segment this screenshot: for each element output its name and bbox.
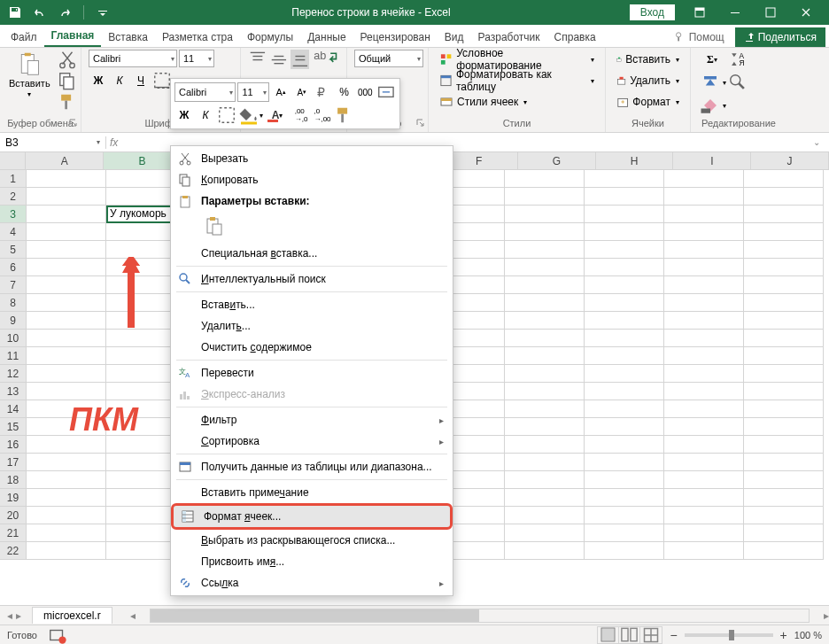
cell[interactable] — [664, 542, 744, 560]
conditional-formatting-button[interactable]: Условное форматирование▾ — [436, 50, 598, 69]
cell[interactable] — [744, 188, 824, 206]
cell[interactable] — [505, 418, 585, 436]
mini-font-combo[interactable]: Calibri▾ — [174, 82, 236, 102]
expand-formula-bar-icon[interactable]: ⌄ — [813, 137, 825, 147]
maximize-icon[interactable] — [753, 0, 788, 25]
cell[interactable] — [664, 524, 744, 542]
align-bottom-icon[interactable] — [291, 50, 310, 69]
cell[interactable] — [505, 383, 585, 400]
cell[interactable] — [664, 241, 744, 259]
cell[interactable] — [505, 347, 585, 365]
cell[interactable] — [505, 507, 585, 524]
wrap-text-icon[interactable]: ab — [311, 50, 339, 69]
minimize-icon[interactable] — [717, 0, 753, 25]
delete-cells-button[interactable]: Удалить▾ — [613, 71, 683, 90]
row-header[interactable]: 12 — [0, 365, 27, 383]
cell[interactable] — [744, 507, 824, 524]
italic-icon[interactable]: К — [110, 71, 129, 90]
border-icon[interactable] — [152, 71, 172, 90]
cell[interactable] — [744, 436, 824, 454]
cell[interactable] — [664, 418, 744, 436]
cell[interactable] — [744, 206, 824, 223]
row-header[interactable]: 5 — [0, 241, 27, 259]
cell[interactable] — [664, 223, 744, 241]
cell[interactable] — [27, 347, 106, 365]
insert-cells-button[interactable]: Вставить▾ — [613, 50, 683, 69]
row-header[interactable]: 6 — [0, 259, 27, 276]
cell[interactable] — [585, 330, 664, 347]
cell[interactable] — [664, 400, 744, 418]
hscroll-left-icon[interactable]: ◂ — [130, 609, 136, 622]
accounting-format-icon[interactable]: ₽ — [314, 82, 333, 102]
cell[interactable] — [27, 507, 106, 524]
percent-icon[interactable]: % — [335, 82, 354, 102]
mini-bold-icon[interactable]: Ж — [174, 105, 194, 125]
cell[interactable] — [585, 259, 664, 276]
cell[interactable] — [744, 170, 824, 188]
row-header[interactable]: 21 — [0, 524, 27, 542]
sort-filter-icon[interactable]: AЯ — [728, 50, 748, 69]
row-header[interactable]: 1 — [0, 170, 27, 188]
merge-icon[interactable] — [376, 82, 396, 102]
menu-cut[interactable]: Вырезать — [171, 148, 453, 169]
cell[interactable] — [585, 223, 664, 241]
login-button[interactable]: Вход — [630, 4, 675, 20]
cell[interactable] — [744, 383, 824, 400]
cell[interactable] — [505, 489, 585, 507]
row-header[interactable]: 10 — [0, 330, 27, 347]
tab-formulas[interactable]: Формулы — [240, 27, 300, 47]
row-header[interactable]: 14 — [0, 400, 27, 418]
cell[interactable] — [585, 365, 664, 383]
cell[interactable] — [505, 542, 585, 560]
col-header[interactable]: H — [596, 152, 674, 169]
cell[interactable] — [664, 259, 744, 276]
cell[interactable] — [744, 347, 824, 365]
cell[interactable] — [505, 365, 585, 383]
page-layout-view-icon[interactable] — [619, 627, 640, 643]
cell[interactable] — [744, 524, 824, 542]
tab-insert[interactable]: Вставка — [101, 27, 155, 47]
tab-file[interactable]: Файл — [4, 27, 44, 47]
name-box[interactable]: B3▾ — [0, 136, 106, 149]
menu-insert-comment[interactable]: Вставить примечание — [171, 482, 453, 503]
font-name-combo[interactable]: Calibri▾ — [89, 50, 177, 67]
cell[interactable] — [505, 294, 585, 312]
cell[interactable] — [664, 347, 744, 365]
menu-paste-special[interactable]: Специальная вставка... — [171, 243, 453, 264]
ribbon-display-icon[interactable] — [682, 0, 717, 25]
cell[interactable] — [744, 365, 824, 383]
cell[interactable] — [664, 383, 744, 400]
mini-format-painter-icon[interactable] — [334, 105, 353, 125]
cell[interactable] — [664, 507, 744, 524]
cell[interactable] — [27, 294, 106, 312]
cell[interactable] — [505, 170, 585, 188]
comma-style-icon[interactable]: 000 — [355, 82, 375, 102]
cell[interactable] — [27, 188, 106, 206]
cell[interactable] — [744, 241, 824, 259]
cell[interactable] — [27, 223, 106, 241]
cell[interactable] — [27, 436, 106, 454]
cell[interactable] — [585, 454, 664, 471]
row-header[interactable]: 8 — [0, 294, 27, 312]
cell[interactable] — [664, 471, 744, 489]
cell[interactable] — [585, 383, 664, 400]
cell[interactable] — [505, 330, 585, 347]
menu-smart-lookup[interactable]: Интеллектуальный поиск — [171, 268, 453, 290]
cell[interactable] — [27, 454, 106, 471]
macro-record-icon[interactable] — [48, 625, 67, 645]
cell[interactable] — [27, 489, 106, 507]
normal-view-icon[interactable] — [598, 627, 619, 643]
row-header[interactable]: 3 — [0, 206, 27, 223]
row-header[interactable]: 13 — [0, 383, 27, 400]
zoom-level[interactable]: 100 % — [794, 630, 822, 640]
mini-italic-icon[interactable]: К — [196, 105, 215, 125]
paste-default-icon[interactable] — [201, 213, 228, 239]
row-header[interactable]: 4 — [0, 223, 27, 241]
row-header[interactable]: 16 — [0, 436, 27, 454]
cell[interactable] — [505, 471, 585, 489]
sheet-tab[interactable]: microexcel.r — [32, 607, 112, 624]
cell-styles-button[interactable]: Стили ячеек▾ — [436, 92, 598, 112]
row-header[interactable]: 17 — [0, 454, 27, 471]
col-header[interactable]: G — [518, 152, 596, 169]
font-size-combo[interactable]: 11▾ — [179, 50, 214, 67]
